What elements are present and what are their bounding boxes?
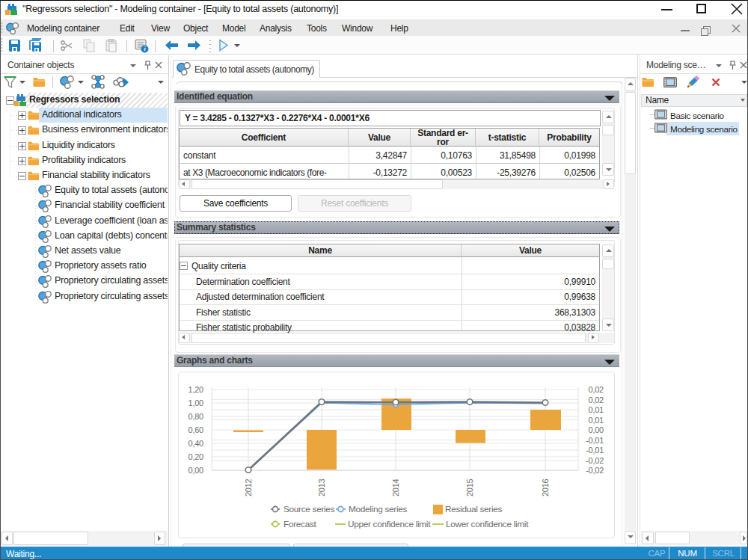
svg-text:0,01: 0,01 xyxy=(589,416,604,425)
svg-text:Residual series: Residual series xyxy=(445,504,503,514)
svg-text:Upper confidence limit: Upper confidence limit xyxy=(348,519,431,529)
svg-text:0,80: 0,80 xyxy=(188,412,204,421)
svg-text:2015: 2015 xyxy=(465,479,474,496)
svg-text:2014: 2014 xyxy=(391,479,400,496)
svg-text:1,00: 1,00 xyxy=(188,399,204,407)
svg-text:0,02: 0,02 xyxy=(589,396,604,404)
svg-text:1,20: 1,20 xyxy=(188,385,204,394)
svg-text:0,00: 0,00 xyxy=(188,466,204,475)
svg-text:Lower confidence limit: Lower confidence limit xyxy=(446,519,529,529)
svg-text:-0,01: -0,01 xyxy=(586,446,604,455)
svg-text:0,02: 0,02 xyxy=(589,385,604,394)
svg-text:2016: 2016 xyxy=(541,479,550,496)
svg-text:0,60: 0,60 xyxy=(188,425,204,434)
svg-text:0,00: 0,00 xyxy=(589,425,604,434)
svg-text:Forecast: Forecast xyxy=(283,519,317,529)
svg-text:2013: 2013 xyxy=(317,479,326,496)
svg-text:-0,01: -0,01 xyxy=(586,436,604,445)
svg-text:-0,02: -0,02 xyxy=(586,466,604,475)
svg-text:0,20: 0,20 xyxy=(188,452,204,461)
svg-text:0,40: 0,40 xyxy=(188,439,204,448)
svg-text:0,01: 0,01 xyxy=(589,405,604,414)
svg-text:Modeling series: Modeling series xyxy=(349,504,408,514)
svg-text:2012: 2012 xyxy=(244,479,253,496)
svg-text:-0,02: -0,02 xyxy=(586,456,604,465)
svg-text:Source series: Source series xyxy=(283,504,335,514)
